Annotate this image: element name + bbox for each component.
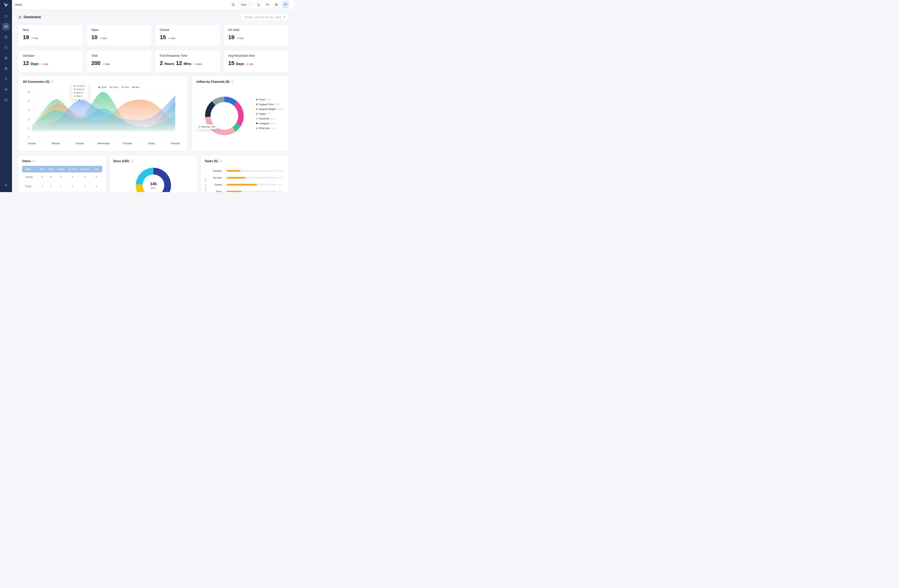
stat-label: Avg Resolution time: [228, 54, 284, 57]
stat-value-row: 10↗20%: [91, 34, 147, 40]
svg-text:6: 6: [28, 91, 29, 93]
info-icon[interactable]: [51, 80, 54, 83]
charts-row: All Conversion (3) OpenCloseHoldNew 6543…: [18, 76, 289, 151]
channel-name: Email: [259, 98, 265, 101]
info-icon[interactable]: [32, 160, 35, 162]
app-logo[interactable]: [3, 2, 9, 8]
stat-value: 10: [91, 34, 97, 40]
sidebar-item-bank[interactable]: [2, 65, 10, 72]
sidebar-item-document[interactable]: [2, 33, 10, 41]
user-stat-cell: 3: [38, 176, 46, 178]
sidebar-nav: [2, 12, 10, 104]
tooltip-label: Open: 6: [76, 91, 83, 94]
sidebar-item-bar-chart[interactable]: [2, 96, 10, 104]
channel-legend-item-twitter[interactable]: Twitter(5%): [256, 113, 283, 115]
sidebar-item-inbox[interactable]: [2, 23, 10, 30]
notifications-button[interactable]: [255, 1, 262, 8]
legend-label: Close: [113, 86, 118, 88]
stat-label: On Hold: [228, 28, 284, 32]
stat-card-first-response-time: First Response Time2Hours12Mins↗100%: [155, 50, 220, 72]
users-table-row[interactable]: Vishal111115: [22, 182, 102, 191]
sidebar-item-layers[interactable]: [2, 54, 10, 62]
legend-dot: [133, 86, 134, 88]
inflow-legend: Email(10%)Support Form(20%)Support Widge…: [256, 98, 283, 135]
stat-value-row: 19↗50%: [228, 34, 284, 40]
conversion-area-chart[interactable]: 654321SundayMondayTuesdayWednesdayThursd…: [23, 88, 183, 146]
avatar[interactable]: TT: [282, 1, 289, 8]
stat-delta: ↙35%: [246, 63, 253, 65]
info-icon[interactable]: [231, 80, 234, 83]
user-stat-cell: 1: [79, 185, 91, 188]
channel-name: Support Form: [259, 103, 273, 106]
task-bar[interactable]: [227, 170, 241, 172]
signal-button[interactable]: [264, 1, 271, 8]
task-label: On Hold: [210, 176, 222, 179]
inflow-donut-chart[interactable]: [205, 97, 244, 135]
tooltip-row: On Hold: 2: [74, 85, 85, 87]
users-table: UserNewOpenClosedOn HoldOverdueTotal Vis…: [22, 166, 102, 191]
info-icon[interactable]: [219, 160, 222, 162]
tooltip-row: Closed: 3: [74, 88, 85, 90]
stat-value-row: 200↗88%: [91, 60, 147, 66]
task-pct: (50%): [278, 184, 285, 186]
channel-legend-item-support-form[interactable]: Support Form(20%): [256, 103, 283, 106]
svg-text:Thursday: Thursday: [123, 142, 133, 145]
sidebar-item-home[interactable]: [2, 12, 10, 20]
page-title: Dashboard: [23, 15, 41, 19]
tooltip-dot: [199, 126, 200, 128]
tasks-axis-label: Status: [204, 178, 207, 192]
user-stat-cell: 5: [91, 185, 101, 188]
stat-delta-value: 10%: [171, 37, 175, 40]
users-table-row[interactable]: Vishalg304029: [22, 173, 102, 182]
channel-pct: (10%): [270, 127, 275, 129]
legend-dot: [256, 99, 258, 100]
sidebar-item-settings[interactable]: [2, 181, 10, 189]
stat-unit: Mins: [184, 62, 192, 66]
user-stat-cell: 1: [38, 185, 46, 188]
inflow-donut-zone: What App: 10%: [196, 83, 253, 135]
task-row-closed: Closed(50%): [210, 181, 285, 188]
task-bar[interactable]: [227, 184, 257, 185]
stats-grid: New19↗70%Open10↗20%Closed15↙10%On Hold19…: [18, 24, 289, 72]
stat-value-row: 12Days↙46%: [23, 60, 79, 66]
svg-text:Tuesday: Tuesday: [75, 142, 84, 145]
legend-dot: [256, 123, 258, 124]
new-button[interactable]: New: [238, 2, 253, 8]
users-col-total: Total: [91, 168, 101, 171]
stat-delta: ↗70%: [31, 37, 38, 40]
stat-value-row: 19↗70%: [23, 34, 79, 40]
stat-label: Total: [91, 54, 147, 57]
svg-text:2: 2: [28, 127, 29, 130]
channel-legend-item-what-app[interactable]: What App(10%): [256, 127, 283, 130]
task-bar[interactable]: [227, 191, 242, 192]
sidebar-item-users[interactable]: [2, 86, 10, 93]
users-table-body: Vishalg304029Vishal111115: [22, 173, 102, 191]
apps-grid-button[interactable]: [273, 1, 280, 8]
sidebar-item-tasks[interactable]: [2, 44, 10, 51]
legend-item-open[interactable]: Open: [99, 86, 107, 88]
task-bar-track: [227, 184, 276, 185]
conversion-tooltip: On Hold: 2Closed: 3Open: 6New: 3: [72, 83, 88, 99]
legend-item-new[interactable]: New: [133, 86, 139, 88]
task-row-on-hold: On Hold(40%): [210, 174, 285, 181]
info-icon[interactable]: [130, 160, 133, 162]
stat-delta-value: 20%: [102, 37, 107, 40]
task-label: Closed: [210, 184, 222, 186]
task-bar[interactable]: [227, 177, 246, 179]
bank-icon: [4, 66, 8, 70]
channel-legend-item-instagram[interactable]: Instagram(13%): [256, 122, 283, 125]
channel-legend-item-facebook[interactable]: Facebook(30%): [256, 117, 283, 120]
svg-text:Sunday: Sunday: [28, 142, 36, 145]
axis-tick: [223, 171, 226, 171]
users-card: Users UserNewOpenClosedOn HoldOverdueTot…: [18, 155, 106, 192]
channel-legend-item-support-widget[interactable]: Support Widget(0.50%): [256, 108, 283, 110]
docs-donut-chart[interactable]: 145 Docs: [136, 168, 171, 192]
channel-legend-item-email[interactable]: Email(10%): [256, 98, 283, 101]
legend-item-hold[interactable]: Hold: [122, 86, 129, 88]
legend-item-close[interactable]: Close: [110, 86, 118, 88]
date-range-picker[interactable]: 29 Dec, 2021 to 04 Jan, 2021: [241, 13, 289, 21]
tooltip-dot: [74, 89, 75, 90]
stat-card-new: New19↗70%: [18, 24, 83, 46]
search-button[interactable]: [230, 2, 236, 7]
sidebar-item-wifi[interactable]: [2, 75, 10, 83]
